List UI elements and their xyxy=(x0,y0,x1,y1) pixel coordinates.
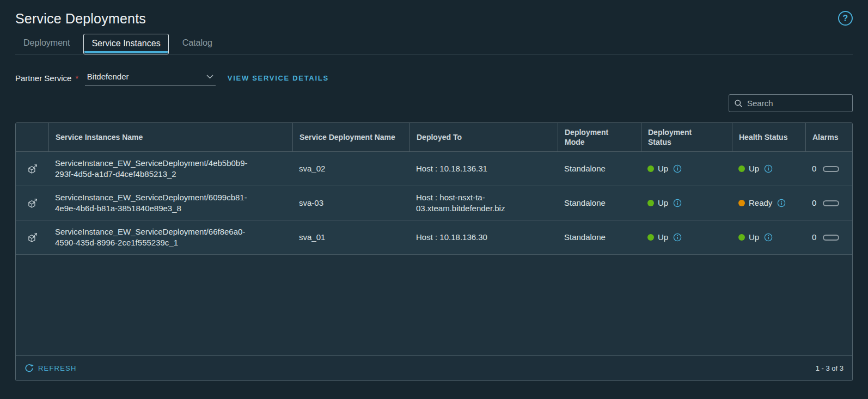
header-service-instances-name[interactable]: Service Instances Name xyxy=(48,123,292,151)
chevron-down-icon xyxy=(206,75,213,79)
alarm-meter[interactable] xyxy=(823,200,839,206)
tab-catalog[interactable]: Catalog xyxy=(174,33,221,54)
cell-service-deployment-name: sva-03 xyxy=(292,186,409,220)
tab-deployment[interactable]: Deployment xyxy=(15,33,78,54)
cell-service-instance-name: ServiceInstance_EW_ServiceDeployment/66f… xyxy=(48,220,292,254)
info-icon[interactable] xyxy=(777,199,786,207)
header-health-status[interactable]: Health Status xyxy=(732,123,805,151)
table-empty-area xyxy=(16,255,852,355)
status-label: Up xyxy=(658,232,668,243)
info-icon[interactable] xyxy=(764,233,773,242)
status-dot xyxy=(738,234,745,241)
status-label: Up xyxy=(749,232,759,243)
refresh-button[interactable]: REFRESH xyxy=(25,364,77,373)
cell-alarms: 0 xyxy=(805,152,852,186)
cell-deployment-mode: Standalone xyxy=(558,152,641,186)
status-label: Ready xyxy=(749,198,772,208)
table-row: ServiceInstance_EW_ServiceDeployment/609… xyxy=(16,186,852,220)
cell-health-status: Up xyxy=(732,220,805,254)
cell-deployed-to: Host : host-nsxt-ta-03.xteam.bitdefender… xyxy=(409,186,558,220)
pagination-range: 1 - 3 of 3 xyxy=(816,364,843,372)
alarm-meter[interactable] xyxy=(823,235,839,241)
table-row: ServiceInstance_EW_ServiceDeployment/4eb… xyxy=(16,152,852,186)
header-deployment-status[interactable]: Deployment Status xyxy=(641,123,732,151)
service-instances-table: Service Instances Name Service Deploymen… xyxy=(15,122,853,381)
info-icon[interactable] xyxy=(673,199,682,207)
tab-bar: Deployment Service Instances Catalog xyxy=(15,33,853,54)
partner-service-value: Bitdefender xyxy=(87,72,129,81)
status-label: Up xyxy=(749,163,759,174)
status-dot xyxy=(738,200,745,206)
header-deployment-mode[interactable]: Deployment Mode xyxy=(558,123,641,151)
cell-alarms: 0 xyxy=(805,220,852,254)
cell-alarms: 0 xyxy=(805,186,852,220)
info-icon[interactable] xyxy=(673,233,682,242)
cell-service-instance-name: ServiceInstance_EW_ServiceDeployment/609… xyxy=(48,186,292,220)
header-deployed-to[interactable]: Deployed To xyxy=(409,123,558,151)
cell-deployed-to: Host : 10.18.136.31 xyxy=(409,152,558,186)
refresh-icon xyxy=(25,364,34,373)
cell-service-instance-name: ServiceInstance_EW_ServiceDeployment/4eb… xyxy=(48,152,292,186)
cell-health-status: Up xyxy=(732,152,805,186)
alarm-count: 0 xyxy=(812,198,816,208)
tab-service-instances[interactable]: Service Instances xyxy=(83,34,168,54)
open-instance-icon[interactable] xyxy=(16,220,48,254)
header-service-deployment-name[interactable]: Service Deployment Name xyxy=(292,123,409,151)
service-deployments-page: Service Deployments ? Deployment Service… xyxy=(0,0,868,399)
search-icon xyxy=(734,99,743,108)
status-dot xyxy=(647,165,654,172)
search-box[interactable] xyxy=(729,94,853,112)
alarm-meter[interactable] xyxy=(823,166,839,172)
status-dot xyxy=(738,165,745,172)
status-dot xyxy=(647,234,654,241)
search-row xyxy=(15,94,853,112)
cell-deployment-status: Up xyxy=(641,152,732,186)
help-icon[interactable]: ? xyxy=(838,11,853,26)
table-header-row: Service Instances Name Service Deploymen… xyxy=(16,123,852,152)
alarm-count: 0 xyxy=(812,163,816,174)
cell-service-deployment-name: sva_01 xyxy=(292,220,409,254)
view-service-details-link[interactable]: VIEW SERVICE DETAILS xyxy=(228,74,329,82)
info-icon[interactable] xyxy=(764,164,773,173)
header-expander xyxy=(16,123,48,151)
cell-deployed-to: Host : 10.18.136.30 xyxy=(409,220,558,254)
open-instance-icon[interactable] xyxy=(16,186,48,220)
page-title: Service Deployments xyxy=(15,11,146,27)
cell-deployment-status: Up xyxy=(641,220,732,254)
cell-deployment-mode: Standalone xyxy=(558,186,641,220)
cell-deployment-status: Up xyxy=(641,186,732,220)
info-icon[interactable] xyxy=(673,164,682,173)
table-row: ServiceInstance_EW_ServiceDeployment/66f… xyxy=(16,220,852,255)
search-input[interactable] xyxy=(747,99,855,108)
partner-service-label: Partner Service xyxy=(15,73,71,83)
status-dot xyxy=(647,200,654,206)
header-alarms[interactable]: Alarms xyxy=(805,123,852,151)
partner-service-filter: Partner Service * Bitdefender VIEW SERVI… xyxy=(15,71,853,85)
cell-health-status: Ready xyxy=(732,186,805,220)
required-asterisk: * xyxy=(75,74,78,83)
partner-service-select[interactable]: Bitdefender xyxy=(85,71,216,85)
status-label: Up xyxy=(658,198,668,208)
page-header: Service Deployments ? xyxy=(15,0,853,27)
refresh-label: REFRESH xyxy=(38,364,77,372)
status-label: Up xyxy=(658,163,668,174)
cell-deployment-mode: Standalone xyxy=(558,220,641,254)
alarm-count: 0 xyxy=(812,232,816,243)
table-footer: REFRESH 1 - 3 of 3 xyxy=(16,355,852,380)
cell-service-deployment-name: sva_02 xyxy=(292,152,409,186)
open-instance-icon[interactable] xyxy=(16,152,48,186)
